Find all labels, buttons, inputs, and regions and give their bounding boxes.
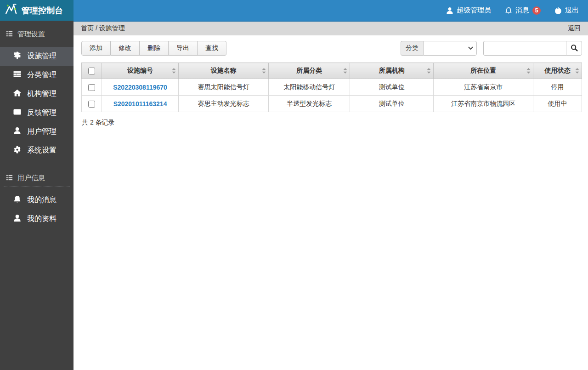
logout-label: 退出 [565, 6, 579, 15]
table-cell-text: 半透型发光标志 [287, 100, 332, 107]
table-cell-text: 测试单位 [379, 83, 405, 91]
app-window: 管理控制台 超级管理员 消息 5 退出 [0, 0, 588, 370]
sort-icon[interactable] [172, 68, 176, 74]
table-cell-text: 赛思主动发光标志 [198, 100, 249, 107]
sidebar-item-label: 系统设置 [27, 146, 57, 155]
sort-icon[interactable] [343, 68, 347, 74]
bell-icon [505, 7, 512, 14]
table-cell: 赛思太阳能信号灯 [179, 79, 269, 96]
table-cell-text: 江苏省南京市物流园区 [451, 100, 515, 107]
table-cell: 停用 [533, 79, 582, 96]
sidebar-item[interactable]: 用户管理 [0, 122, 74, 141]
sort-icon[interactable] [526, 68, 531, 74]
table-row: S20201011163214赛思主动发光标志半透型发光标志测试单位江苏省南京市… [82, 96, 582, 112]
list-icon [6, 30, 13, 39]
messages-link[interactable]: 消息 5 [505, 6, 541, 15]
sidebar-item[interactable]: 设施管理 [0, 47, 74, 66]
table-cell: 太阳能移动信号灯 [269, 79, 350, 96]
indent-list-icon [13, 70, 21, 80]
category-select[interactable] [423, 41, 477, 56]
sidebar-item-label: 机构管理 [27, 89, 57, 99]
search-input[interactable] [483, 41, 566, 56]
app-title: 管理控制台 [22, 5, 63, 16]
table-cell-text: 停用 [551, 83, 564, 91]
column-header-label: 所在位置 [470, 67, 496, 74]
sidebar-item[interactable]: 分类管理 [0, 66, 74, 85]
column-header-label: 所属机构 [379, 67, 405, 74]
row-checkbox-cell [82, 96, 102, 112]
map-signs-icon [13, 51, 21, 61]
column-header[interactable]: 所属机构 [350, 63, 434, 79]
sidebar-item[interactable]: 我的资料 [0, 210, 74, 228]
sidebar-item-label: 设施管理 [27, 51, 57, 61]
app-logo-icon [4, 2, 18, 18]
facility-id-link[interactable]: S20201011163214 [113, 100, 167, 108]
row-checkbox-cell [82, 79, 102, 96]
add-button[interactable]: 添加 [81, 41, 111, 56]
column-header-label: 设施名称 [211, 67, 237, 74]
current-user-label: 超级管理员 [457, 6, 491, 15]
gear-icon [13, 146, 21, 155]
search-button[interactable] [566, 41, 582, 56]
header-nav: 超级管理员 消息 5 退出 [446, 0, 588, 21]
find-button[interactable]: 查找 [198, 41, 226, 56]
row-checkbox[interactable] [88, 84, 95, 91]
main-panel: 添加修改删除导出查找 分类 [74, 35, 588, 370]
table-cell: 半透型发光标志 [269, 96, 350, 112]
back-link[interactable]: 返回 [568, 24, 581, 33]
table-cell: 江苏省南京市 [434, 79, 533, 96]
row-checkbox[interactable] [88, 101, 95, 108]
current-user-menu[interactable]: 超级管理员 [446, 6, 491, 15]
breadcrumb[interactable]: 首页 / 设施管理 [81, 24, 125, 33]
search-icon [571, 44, 578, 53]
breadcrumb-bar: 首页 / 设施管理 返回 [74, 21, 588, 35]
sidebar-item-label: 我的资料 [27, 214, 57, 224]
table-cell-text: 江苏省南京市 [464, 83, 503, 91]
sidebar-item[interactable]: 反馈管理 [0, 103, 74, 122]
column-header-label: 使用状态 [545, 67, 571, 74]
sidebar-divider [4, 187, 70, 187]
select-all-checkbox[interactable] [88, 68, 95, 74]
user-icon [13, 127, 21, 137]
top-header: 管理控制台 超级管理员 消息 5 退出 [0, 0, 588, 21]
sidebar-section-title: 管理设置 [17, 30, 45, 39]
search-group [483, 41, 582, 56]
column-header[interactable]: 所属分类 [269, 63, 350, 79]
table-cell: 赛思主动发光标志 [179, 96, 269, 112]
sidebar-item[interactable]: 我的消息 [0, 191, 74, 210]
sidebar-item-label: 我的消息 [27, 195, 57, 205]
facility-table: 设施编号设施名称所属分类所属机构所在位置使用状态 S20220308119670… [81, 63, 582, 112]
user-icon [13, 214, 21, 224]
export-button[interactable]: 导出 [169, 41, 198, 56]
home-icon [13, 89, 21, 99]
messages-count-badge: 5 [532, 6, 541, 15]
column-header-label: 设施编号 [127, 67, 153, 74]
sort-icon[interactable] [575, 68, 579, 74]
power-icon [554, 7, 562, 14]
sidebar-section-title: 用户信息 [17, 174, 45, 182]
sidebar-section-header: 用户信息 [0, 167, 74, 187]
table-cell-text: 赛思太阳能信号灯 [198, 83, 249, 91]
sidebar-item[interactable]: 系统设置 [0, 141, 74, 160]
sort-icon[interactable] [427, 68, 431, 74]
sort-icon[interactable] [262, 68, 266, 74]
sidebar-section-header: 管理设置 [0, 23, 74, 43]
column-header[interactable]: 所在位置 [434, 63, 533, 79]
table-cell-text: 使用中 [548, 100, 567, 107]
column-header[interactable]: 设施名称 [179, 63, 269, 79]
delete-button[interactable]: 删除 [140, 41, 169, 56]
logout-button[interactable]: 退出 [554, 6, 579, 15]
facility-id-cell: S20201011163214 [102, 96, 179, 112]
sidebar-item-label: 用户管理 [27, 127, 57, 137]
table-row: S20220308119670赛思太阳能信号灯太阳能移动信号灯测试单位江苏省南京… [82, 79, 582, 96]
toolbar-button-group: 添加修改删除导出查找 [81, 41, 226, 56]
bell-icon [13, 195, 21, 205]
filter-controls: 分类 [401, 41, 582, 56]
app-logo[interactable]: 管理控制台 [0, 0, 74, 21]
column-header[interactable]: 设施编号 [102, 63, 179, 79]
sidebar-item[interactable]: 机构管理 [0, 85, 74, 103]
facility-id-link[interactable]: S20220308119670 [113, 84, 167, 91]
edit-button[interactable]: 修改 [111, 41, 140, 56]
column-header[interactable]: 使用状态 [533, 63, 582, 79]
table-header-row: 设施编号设施名称所属分类所属机构所在位置使用状态 [82, 63, 582, 79]
